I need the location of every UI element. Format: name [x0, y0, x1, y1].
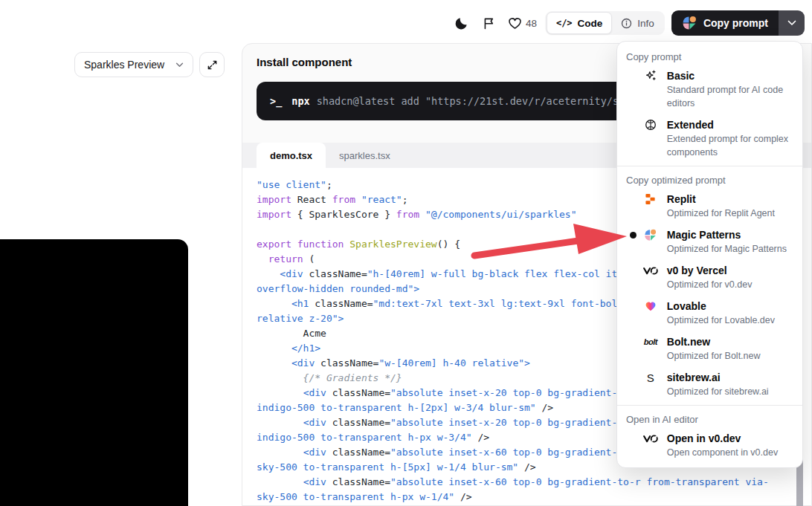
- menu-item-open-in-v0-dev[interactable]: Open in v0.devOpen component in v0.dev: [617, 427, 802, 463]
- info-icon: [621, 18, 632, 29]
- tab-code[interactable]: </> Code: [547, 12, 612, 34]
- theme-toggle-button[interactable]: [451, 13, 472, 33]
- magic-patterns-logo: [642, 227, 659, 242]
- code-line: sky-500 to-transparent h-px w-1/4" />: [257, 490, 811, 505]
- menu-item-gutter: [626, 117, 642, 132]
- menu-item-description: Optimized for v0.dev: [667, 278, 796, 291]
- menu-item-title: sitebrew.ai: [667, 370, 796, 385]
- component-preview: [0, 239, 188, 506]
- menu-item-gutter: [626, 431, 642, 446]
- copy-prompt-menu: Copy promptBasicStandard prompt for AI c…: [616, 41, 803, 468]
- tab-sparkles-tsx[interactable]: sparkles.tsx: [326, 143, 404, 168]
- tab-demo-tsx[interactable]: demo.tsx: [257, 143, 326, 168]
- bolt-logo: bolt: [642, 334, 659, 349]
- selected-dot-icon: [630, 232, 637, 239]
- brain-icon: [642, 117, 659, 132]
- menu-item-title: Extended: [667, 117, 796, 132]
- menu-item-bolt-new[interactable]: boltBolt.newOptimized for Bolt.new: [617, 331, 802, 366]
- menu-item-title: Bolt.new: [667, 334, 796, 349]
- menu-item-description: Standard prompt for AI code editors: [667, 83, 796, 110]
- copy-prompt-split-button: Copy prompt: [671, 10, 805, 36]
- replit-logo: [642, 192, 659, 207]
- menu-item-description: Optimized for Replit Agent: [667, 207, 796, 220]
- menu-divider: [617, 166, 802, 166]
- magic-patterns-logo: [682, 16, 697, 30]
- menu-item-gutter: [626, 68, 642, 83]
- menu-item-gutter: [626, 299, 642, 314]
- menu-item-title: Replit: [667, 192, 796, 207]
- menu-item-description: Optimized for Bolt.new: [667, 349, 796, 363]
- menu-item-gutter: [626, 227, 642, 242]
- menu-section-label: Open in AI editor: [617, 409, 802, 427]
- sitebrew-logo: S: [642, 370, 659, 385]
- v0-logo: [642, 431, 659, 446]
- menu-item-title: Basic: [667, 68, 796, 83]
- lovable-logo: [642, 299, 659, 314]
- menu-section-label: Copy optimized prompt: [617, 169, 802, 188]
- code-brackets-icon: </>: [556, 18, 573, 28]
- flag-button[interactable]: [479, 13, 500, 33]
- terminal-prompt-icon: >_: [270, 95, 282, 107]
- menu-item-replit[interactable]: ReplitOptimized for Replit Agent: [617, 188, 802, 224]
- menu-item-description: Optimized for Magic Patterns: [667, 242, 796, 256]
- v0-logo: [642, 263, 659, 278]
- code-line: <div className="absolute inset-x-60 top-…: [257, 475, 811, 490]
- menu-item-description: Optimized for sitebrew.ai: [667, 385, 796, 398]
- expand-icon: [207, 59, 218, 71]
- menu-section-label: Copy prompt: [617, 46, 802, 65]
- heart-icon: [508, 17, 522, 30]
- copy-prompt-dropdown-toggle[interactable]: [779, 10, 805, 36]
- menu-item-title: v0 by Vercel: [667, 263, 796, 278]
- view-switcher: </> Code Info: [545, 11, 665, 35]
- like-count: 48: [526, 18, 537, 29]
- menu-item-title: Magic Patterns: [667, 227, 796, 242]
- chevron-down-icon: [787, 20, 796, 26]
- component-selector-label: Sparkles Preview: [84, 59, 164, 71]
- menu-item-basic[interactable]: BasicStandard prompt for AI code editors: [617, 65, 802, 114]
- menu-divider: [617, 405, 802, 406]
- menu-item-extended[interactable]: ExtendedExtended prompt for complex comp…: [617, 114, 802, 163]
- sparkles-icon: [642, 68, 659, 83]
- menu-item-magic-patterns[interactable]: Magic PatternsOptimized for Magic Patter…: [617, 224, 802, 259]
- copy-prompt-button[interactable]: Copy prompt: [671, 10, 779, 36]
- moon-icon: [454, 16, 468, 30]
- menu-item-lovable[interactable]: LovableOptimized for Lovable.dev: [617, 295, 802, 331]
- menu-item-v0-by-vercel[interactable]: v0 by VercelOptimized for v0.dev: [617, 259, 802, 295]
- menu-item-description: Optimized for Lovable.dev: [667, 314, 796, 327]
- menu-item-sitebrew-ai[interactable]: Ssitebrew.aiOptimized for sitebrew.ai: [617, 366, 802, 402]
- tab-info[interactable]: Info: [612, 13, 663, 33]
- menu-item-description: Extended prompt for complex components: [667, 132, 796, 159]
- fullscreen-button[interactable]: [199, 52, 225, 77]
- install-title: Install component: [257, 56, 352, 68]
- menu-item-description: Open component in v0.dev: [667, 446, 796, 459]
- topbar-actions: 48 </> Code Info Copy prompt: [451, 10, 805, 36]
- menu-item-gutter: [626, 370, 642, 385]
- menu-item-title: Open in v0.dev: [667, 431, 796, 446]
- flag-icon: [483, 17, 495, 30]
- chevron-down-icon: [175, 62, 184, 68]
- component-selector[interactable]: Sparkles Preview: [74, 52, 193, 77]
- menu-item-title: Lovable: [667, 299, 796, 314]
- menu-item-gutter: [626, 263, 642, 278]
- install-command: npxshadcn@latest add "https://21st.dev/r…: [291, 95, 667, 107]
- like-button[interactable]: 48: [506, 17, 538, 30]
- menu-item-gutter: [626, 192, 642, 207]
- menu-item-gutter: [626, 334, 642, 349]
